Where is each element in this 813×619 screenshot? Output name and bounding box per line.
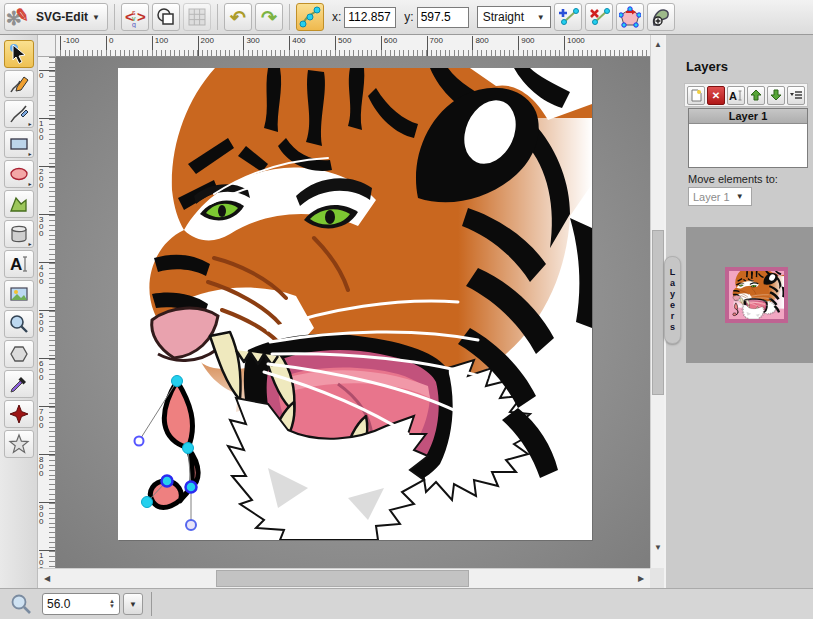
vertical-scrollbar-thumb[interactable] — [652, 230, 664, 395]
tool-path[interactable]: ▸ — [4, 100, 34, 128]
document-thumbnail[interactable] — [725, 267, 788, 323]
svg-text:>: > — [137, 8, 146, 25]
canvas-artwork — [118, 68, 592, 540]
tool-text[interactable]: A — [4, 250, 34, 278]
pencil-icon — [8, 73, 30, 95]
new-layer-button[interactable] — [687, 86, 705, 105]
eyedropper-icon — [8, 373, 30, 395]
delete-node-button[interactable] — [585, 3, 613, 31]
y-coordinate-input[interactable] — [417, 7, 469, 28]
magnifier-icon — [8, 313, 30, 335]
arrow-up-icon — [750, 89, 762, 101]
v-ruler-label: 6 0 0 — [39, 358, 55, 381]
layer-list[interactable]: Layer 1 — [688, 108, 808, 168]
rename-layer-icon: A — [729, 89, 743, 102]
tool-star[interactable] — [4, 430, 34, 458]
add-subpath-button[interactable] — [647, 3, 675, 31]
redo-button[interactable]: ↷ — [255, 3, 283, 31]
add-subpath-icon — [650, 6, 672, 28]
tool-select[interactable] — [4, 40, 34, 68]
chevron-down-icon: ▼ — [537, 13, 545, 22]
path-control-handle[interactable] — [135, 437, 144, 446]
tool-eyedropper[interactable] — [4, 370, 34, 398]
top-toolbar: ✻✎ SVG-Edit ▼ < s v g > — [0, 0, 813, 35]
undo-button[interactable]: ↶ — [224, 3, 252, 31]
move-elements-select[interactable]: Layer 1 ▼ — [688, 187, 752, 206]
move-layer-up-button[interactable] — [747, 86, 765, 105]
chevron-down-icon: ▼ — [129, 600, 137, 609]
v-ruler-label: 2 0 0 — [39, 166, 55, 189]
bottom-bar: 56.0 ▲▼ ▼ — [0, 588, 813, 619]
move-elements-label: Move elements to: — [688, 173, 778, 185]
tool-shape-library[interactable]: ▸ — [4, 220, 34, 248]
v-ruler-label: 7 0 0 — [39, 406, 55, 429]
v-ruler-label: 9 0 0 — [39, 502, 55, 525]
segment-type-value: Straight — [483, 10, 524, 24]
hexagon-icon — [8, 343, 30, 365]
zoom-presets-dropdown[interactable]: ▼ — [123, 593, 143, 615]
delete-layer-button[interactable]: ✕ — [707, 86, 725, 105]
v-ruler-label: 5 0 0 — [39, 310, 55, 333]
tool-image[interactable] — [4, 280, 34, 308]
ellipse-icon — [8, 163, 30, 185]
layer-menu-icon — [789, 89, 803, 101]
move-layer-down-button[interactable] — [767, 86, 785, 105]
h-ruler-label: -100 — [60, 36, 79, 57]
scroll-right-icon[interactable]: ▶ — [634, 571, 648, 585]
path-node-selected[interactable] — [162, 476, 173, 487]
chevron-down-icon: ▼ — [92, 13, 100, 22]
shapes-icon — [155, 6, 177, 28]
workarea[interactable] — [56, 57, 650, 568]
add-node-button[interactable] — [554, 3, 582, 31]
tool-polygon[interactable] — [4, 340, 34, 368]
horizontal-scrollbar[interactable]: ◀ ▶ — [38, 568, 650, 588]
tool-ellipse[interactable]: ▸ — [4, 160, 34, 188]
scrollbar-corner — [650, 568, 664, 588]
path-node[interactable] — [142, 497, 153, 508]
thumbnail-artwork — [729, 271, 784, 319]
vertical-scrollbar[interactable]: ▲ ▼ — [650, 35, 664, 568]
tool-zoom[interactable] — [4, 310, 34, 338]
tool-pencil[interactable] — [4, 70, 34, 98]
flyout-arrow-icon: ▸ — [28, 120, 31, 127]
layers-panel-handle[interactable]: L a y e r s — [664, 256, 681, 344]
open-close-path-button[interactable] — [616, 3, 644, 31]
layers-panel-title: Layers — [686, 59, 728, 74]
tool-rect[interactable]: ▸ — [4, 130, 34, 158]
toolbar-separator — [114, 4, 115, 30]
h-ruler-label: 700 — [427, 36, 443, 57]
shapes-button[interactable] — [152, 3, 180, 31]
tool-shape-star-cross[interactable] — [4, 400, 34, 428]
canvas[interactable] — [118, 68, 592, 540]
tool-freehand-shape[interactable] — [4, 190, 34, 218]
link-control-points-button[interactable] — [296, 3, 324, 31]
h-ruler-label: 0 — [106, 36, 113, 57]
scroll-left-icon[interactable]: ◀ — [40, 571, 54, 585]
delete-x-icon: ✕ — [712, 90, 720, 101]
main-menu-button[interactable]: ✻✎ SVG-Edit ▼ — [4, 3, 108, 31]
horizontal-scrollbar-thumb[interactable] — [216, 570, 469, 587]
y-coordinate-label: y: — [404, 10, 413, 24]
layer-row-selected[interactable]: Layer 1 — [689, 109, 807, 124]
image-icon — [8, 283, 30, 305]
path-node[interactable] — [183, 443, 194, 454]
grid-button[interactable] — [183, 3, 211, 31]
left-toolbar: ▸ ▸ ▸ ▸ A — [0, 35, 38, 588]
edit-source-button[interactable]: < s v g > — [121, 3, 149, 31]
spinner-stepper-icon[interactable]: ▲▼ — [109, 599, 115, 609]
path-node[interactable] — [172, 376, 183, 387]
path-control-handle[interactable] — [186, 520, 196, 530]
rename-layer-button[interactable]: A — [727, 86, 745, 105]
svg-edit-logo-icon: ✻✎ — [8, 5, 32, 29]
path-node-selected[interactable] — [186, 482, 197, 493]
scroll-up-icon[interactable]: ▲ — [651, 37, 665, 51]
close-path-icon — [619, 6, 641, 28]
flyout-arrow-icon: ▸ — [28, 240, 31, 247]
vertical-ruler: 01 0 02 0 03 0 04 0 05 0 06 0 07 0 08 0 … — [38, 57, 56, 568]
zoom-level-spinner[interactable]: 56.0 ▲▼ — [42, 593, 120, 615]
layer-options-button[interactable] — [787, 86, 805, 105]
scroll-down-icon[interactable]: ▼ — [651, 540, 665, 554]
x-coordinate-input[interactable] — [344, 7, 396, 28]
v-ruler-label: 1 0 0 0 — [39, 550, 55, 568]
segment-type-select[interactable]: Straight ▼ — [477, 6, 551, 28]
